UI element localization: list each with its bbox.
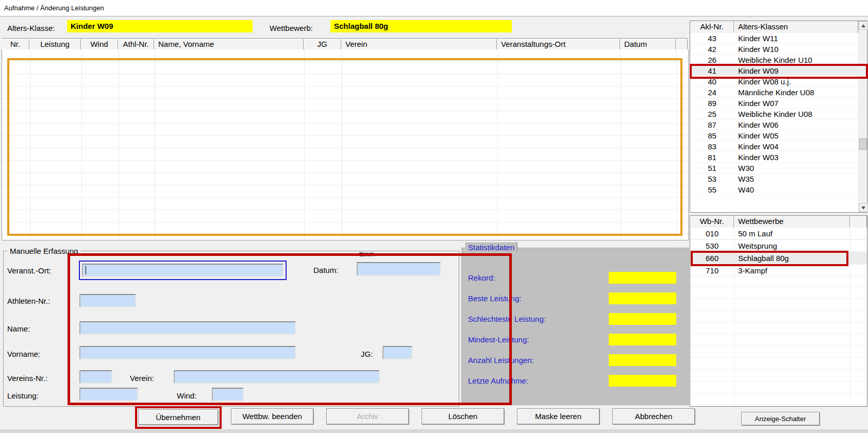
age-class-nr: 53 (690, 174, 734, 184)
age-class-nr: 81 (690, 152, 734, 163)
results-column-header[interactable]: Wind (81, 39, 118, 50)
athleten-nr-input[interactable] (79, 294, 136, 307)
verein-input[interactable] (174, 370, 380, 384)
results-column-header[interactable]: JG (304, 39, 341, 50)
name-input[interactable] (79, 321, 296, 335)
loeschen-button[interactable]: Löschen (422, 408, 504, 424)
list-item[interactable]: 85Kinder W05 (690, 130, 858, 141)
scrollbar[interactable] (858, 21, 867, 212)
list-item[interactable]: 51W30 (690, 163, 858, 174)
verein-label: Verein: (130, 374, 154, 383)
event-nr: 010 (690, 228, 734, 240)
athleten-nr-label: Athleten-Nr.: (7, 297, 50, 305)
abbrechen-button[interactable]: Abbrechen (612, 408, 695, 424)
datum-input[interactable] (357, 262, 441, 276)
age-class-nr: 43 (690, 33, 734, 44)
uebernehmen-button[interactable]: Übernehmen (138, 409, 218, 425)
datum-label: Datum: (313, 266, 338, 274)
list-item[interactable]: 42Kinder W10 (690, 44, 858, 55)
age-class-name: W35 (738, 174, 754, 184)
vorname-input[interactable] (79, 346, 296, 359)
age-class-rows: 43Kinder W1142Kinder W1026Weibliche Kind… (690, 33, 858, 212)
scrollbar-thumb[interactable] (859, 138, 867, 150)
age-class-name: W30 (738, 163, 754, 174)
veranst-ort-input[interactable] (82, 264, 283, 277)
jg-input[interactable] (382, 346, 412, 359)
list-item[interactable]: 55W40 (690, 184, 858, 195)
list-item[interactable]: 53W35 (690, 174, 858, 184)
veranst-ort-label: Veranst.-Ort: (7, 266, 51, 275)
statistic-value-field (609, 375, 676, 387)
list-item[interactable]: 81Kinder W03 (690, 152, 858, 163)
age-class-header-name[interactable]: Alters-Klassen (734, 21, 858, 33)
list-item[interactable]: 660Schlagball 80g (690, 252, 867, 265)
results-table-header: Nr.LeistungWindAthl-Nr.Name, VornameJGVe… (2, 38, 688, 49)
results-column-header[interactable]: Verein (341, 39, 497, 50)
age-class-nr: 51 (690, 163, 734, 174)
event-nr: 530 (690, 240, 734, 252)
age-class-name: Männliche Kinder U08 (738, 87, 814, 98)
event-header-name[interactable]: Wettbewerbe (734, 216, 850, 228)
list-item[interactable]: 7103-Kampf (690, 265, 867, 277)
statistic-label: Rekord: (468, 273, 495, 282)
statistic-value-field (609, 313, 676, 325)
list-item[interactable]: 26Weibliche Kinder U10 (690, 55, 858, 65)
event-name: 50 m Lauf (738, 228, 773, 240)
anzeige-schalter-button[interactable]: Anzeige-Schalter (741, 412, 820, 425)
list-item[interactable]: 530Weitsprung (690, 240, 867, 252)
age-class-name: Weibliche Kinder U08 (738, 109, 812, 119)
age-class-name: W40 (738, 184, 754, 195)
list-item[interactable]: 87Kinder W06 (690, 119, 858, 130)
age-class-header-nr[interactable]: Akl-Nr. (690, 21, 734, 33)
age-class-nr: 83 (690, 141, 734, 152)
wind-input[interactable] (212, 388, 244, 401)
list-item[interactable]: 01050 m Lauf (690, 228, 867, 240)
scrollbar-down-icon[interactable] (859, 203, 867, 212)
app-window: Aufnahme / Änderung Leistungen Alters-Kl… (0, 0, 868, 433)
event-name: Weitsprung (738, 240, 777, 252)
list-item[interactable]: 24Männliche Kinder U08 (690, 87, 858, 98)
alters-klasse-value-field: Kinder W09 (67, 20, 253, 32)
age-class-nr: 40 (690, 76, 734, 87)
results-column-header[interactable]: Datum (620, 39, 676, 50)
age-class-name: Weibliche Kinder U10 (738, 55, 812, 65)
event-rows: 01050 m Lauf530Weitsprung660Schlagball 8… (690, 228, 867, 406)
results-column-header[interactable]: Nr. (2, 39, 29, 50)
leistung-input[interactable] (79, 388, 138, 401)
name-label: Name: (7, 324, 30, 333)
vereins-nr-input[interactable] (79, 370, 112, 384)
list-item[interactable]: 89Kinder W07 (690, 98, 858, 109)
wettbw-beenden-button[interactable]: Wettbw. beenden (231, 408, 313, 424)
results-column-header[interactable]: Leistung (29, 39, 81, 50)
event-header-nr[interactable]: Wb-Nr. (690, 216, 734, 228)
event-nr: 660 (690, 252, 734, 265)
event-list-panel: Wb-Nr. Wettbewerbe 01050 m Lauf530Weitsp… (690, 215, 867, 407)
statistics-panel: Rekord:Beste Leistung:Schlechteste Leist… (461, 248, 689, 405)
list-item[interactable]: 25Weibliche Kinder U08 (690, 109, 858, 119)
age-class-nr: 89 (690, 98, 734, 109)
event-name: 3-Kampf (738, 265, 767, 277)
results-column-header[interactable] (676, 39, 688, 50)
age-class-nr: 87 (690, 119, 734, 130)
maske-leeren-button[interactable]: Maske leeren (517, 408, 599, 424)
age-class-list-panel: Akl-Nr. Alters-Klassen 43Kinder W1142Kin… (690, 21, 867, 213)
results-column-header[interactable]: Name, Vorname (154, 39, 304, 50)
age-class-name: Kinder W09 (738, 65, 778, 76)
results-column-header[interactable]: Veranstaltungs-Ort (497, 39, 620, 50)
age-class-nr: 55 (690, 184, 734, 195)
title-bar: Aufnahme / Änderung Leistungen (0, 0, 868, 16)
scrollbar-up-icon[interactable] (859, 21, 867, 30)
results-table-body[interactable] (2, 49, 689, 240)
statistic-label: Letzte Aufnahme: (468, 376, 528, 385)
statistic-label: Anzahl Leistungen: (468, 356, 534, 365)
age-class-name: Kinder W07 (738, 98, 778, 109)
vereins-nr-label: Vereins-Nr.: (7, 374, 47, 383)
list-item[interactable]: 43Kinder W11 (690, 33, 858, 44)
list-item[interactable]: 41Kinder W09 (690, 65, 858, 76)
results-column-header[interactable]: Athl-Nr. (118, 39, 154, 50)
statistic-value-field (609, 334, 676, 345)
jg-label: JG: (361, 350, 373, 358)
list-item[interactable]: 40Kinder W08 u.j. (690, 76, 858, 87)
list-item[interactable]: 83Kinder W04 (690, 141, 858, 152)
vorname-label: Vorname: (7, 350, 40, 358)
